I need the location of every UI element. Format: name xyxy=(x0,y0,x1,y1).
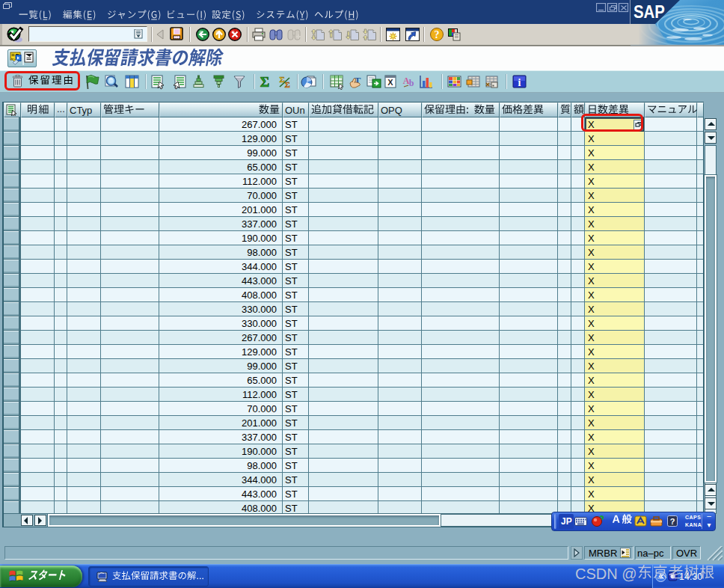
svg-text:SAP: SAP xyxy=(634,1,665,22)
svg-text:?: ? xyxy=(435,29,440,40)
svg-text:X: X xyxy=(387,78,393,87)
svg-text:i: i xyxy=(518,77,521,88)
svg-text:Σ: Σ xyxy=(260,74,269,90)
svg-text:b: b xyxy=(409,78,414,88)
svg-text:?: ? xyxy=(670,517,675,526)
